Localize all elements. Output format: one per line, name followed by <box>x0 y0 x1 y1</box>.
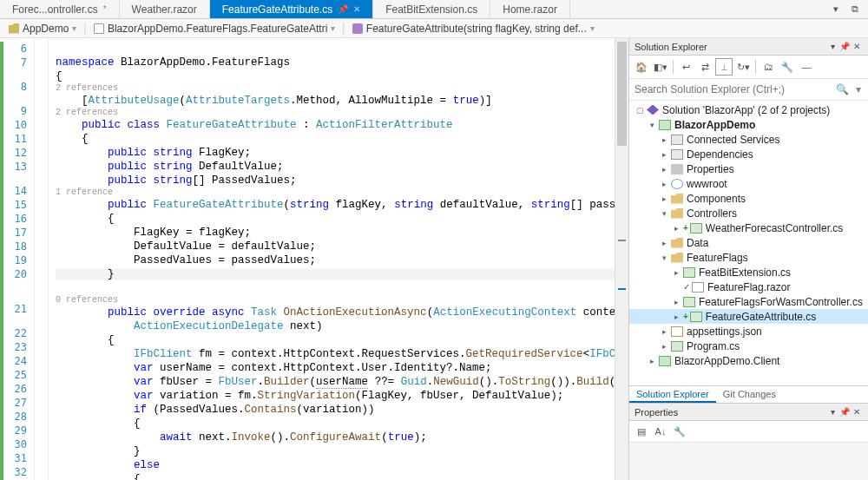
dropdown-icon[interactable]: ▾ <box>826 407 838 417</box>
codelens[interactable]: 2 references <box>56 83 615 94</box>
tree-node[interactable]: ▸ Dependencies <box>629 147 868 161</box>
breadcrumb-label: FeatureGateAttribute(string flagKey, str… <box>366 23 587 35</box>
code-editor[interactable]: 6789101112131415161718192021222324252627… <box>0 38 628 480</box>
pin-icon[interactable]: 📌 <box>338 4 348 14</box>
breadcrumb-label: BlazorAppDemo.FeatureFlags.FeatureGateAt… <box>108 23 327 35</box>
expander-icon[interactable]: ▢ <box>635 106 645 115</box>
expander-icon[interactable]: ▸ <box>647 357 657 365</box>
file-icon <box>671 135 683 145</box>
solution-search[interactable]: 🔍 ▾ <box>629 79 868 101</box>
tree-node[interactable]: ▸ FeatureFlagsForWasmController.cs <box>629 294 868 309</box>
expander-icon[interactable]: ▸ <box>671 298 681 306</box>
forward-icon[interactable]: ⇄ <box>696 58 713 76</box>
document-tab[interactable]: FeatBitExtension.cs <box>373 0 490 18</box>
code-area[interactable]: namespace BlazorAppDemo.FeatureFlags { 2… <box>49 38 615 480</box>
refresh-icon[interactable]: ↻▾ <box>734 58 752 76</box>
breadcrumb-member[interactable]: FeatureGateAttribute(string flagKey, str… <box>349 23 598 35</box>
tree-node[interactable]: ▸ appsettings.json <box>629 324 868 339</box>
node-label: FeatBitExtension.cs <box>699 266 791 279</box>
node-label: BlazorAppDemo.Client <box>674 355 779 367</box>
method-icon <box>352 23 363 34</box>
categorized-icon[interactable]: ▤ <box>633 423 650 440</box>
close-icon[interactable]: ✕ <box>353 4 360 14</box>
sync-with-active-icon[interactable]: ⟂ <box>715 58 733 76</box>
panel-title-bar[interactable]: Solution Explorer ▾ 📌 ✕ <box>629 38 868 56</box>
scrollbar-thumb[interactable] <box>617 42 627 146</box>
file-icon <box>692 282 704 293</box>
tree-node[interactable]: ▾ Controllers <box>629 206 868 220</box>
namespace-icon <box>94 23 104 34</box>
tree-node[interactable]: ▸ Components <box>629 191 868 206</box>
tree-node[interactable]: ▾ FeatureFlags <box>629 250 868 265</box>
back-icon[interactable]: ↩ <box>677 58 694 76</box>
document-tab[interactable]: Forec...ontroller.cs* <box>0 0 120 18</box>
breadcrumb-namespace[interactable]: BlazorAppDemo.FeatureFlags.FeatureGateAt… <box>90 23 339 35</box>
alphabetical-icon[interactable]: A↓ <box>652 423 669 440</box>
file-icon <box>671 179 683 189</box>
pin-icon[interactable]: 📌 <box>838 407 851 417</box>
expander-icon[interactable]: ▸ <box>659 165 669 174</box>
document-tab[interactable]: Home.razor <box>490 0 570 18</box>
tree-node[interactable]: ▸ Data <box>629 235 868 250</box>
close-icon[interactable]: ✕ <box>851 407 863 417</box>
tree-node[interactable]: ▸ wwwroot <box>629 176 868 191</box>
node-label: FeatureFlags <box>687 252 748 264</box>
chevron-down-icon: ▾ <box>72 23 76 33</box>
tree-node[interactable]: ▸ BlazorAppDemo.Client <box>629 353 868 368</box>
expander-icon[interactable]: ▸ <box>659 342 669 351</box>
tab-solution-explorer[interactable]: Solution Explorer <box>629 386 716 403</box>
expander-icon[interactable]: ▸ <box>671 224 681 233</box>
chevron-down-icon[interactable]: ▾ <box>852 83 865 95</box>
expander-icon[interactable]: ▸ <box>671 312 681 321</box>
change-indicator-bar <box>0 38 3 480</box>
properties-grid[interactable] <box>629 442 868 480</box>
switch-views-icon[interactable]: ◧▾ <box>652 58 669 76</box>
solution-node[interactable]: ▢ Solution 'BlazorApp' (2 of 2 projects) <box>629 102 868 117</box>
editor-scrollbar[interactable] <box>615 38 628 480</box>
close-icon[interactable]: ✕ <box>851 42 863 51</box>
breadcrumb-project[interactable]: AppDemo ▾ <box>5 23 80 35</box>
tree-node[interactable]: ▸ Properties <box>629 161 868 176</box>
solution-tree[interactable]: ▢ Solution 'BlazorApp' (2 of 2 projects)… <box>629 101 868 385</box>
node-label: FeatureFlagsForWasmController.cs <box>699 296 863 308</box>
expander-icon[interactable]: ▸ <box>659 327 669 336</box>
chevron-down-icon: ▾ <box>590 23 595 33</box>
tree-node[interactable]: ▸ Connected Services <box>629 132 868 147</box>
properties-icon[interactable]: 🔧 <box>779 58 796 76</box>
tree-node[interactable]: ✓ FeatureFlag.razor <box>629 279 868 294</box>
codelens[interactable]: 1 reference <box>56 187 615 198</box>
wrench-icon[interactable]: 🔧 <box>671 423 688 440</box>
panel-title-bar[interactable]: Properties ▾ 📌 ✕ <box>629 404 868 421</box>
expander-icon[interactable]: ▸ <box>659 180 669 188</box>
codelens[interactable]: 0 references <box>56 295 615 306</box>
tree-node[interactable]: ▸ FeatBitExtension.cs <box>629 265 868 279</box>
expander-icon[interactable]: ▸ <box>659 150 669 159</box>
tab-git-changes[interactable]: Git Changes <box>716 386 783 403</box>
expander-icon[interactable]: ▸ <box>659 239 669 247</box>
home-icon[interactable]: 🏠 <box>633 58 650 76</box>
node-label: wwwroot <box>687 178 727 190</box>
preview-icon[interactable]: — <box>798 58 815 76</box>
tree-node[interactable]: ▾ BlazorAppDemo <box>629 117 868 132</box>
expander-icon[interactable]: ▸ <box>659 194 669 203</box>
search-icon[interactable]: 🔍 <box>832 83 852 95</box>
overflow-menu-icon[interactable]: ▾ <box>828 2 844 17</box>
tree-node[interactable]: ▸ + FeatureGateAttribute.cs <box>629 309 868 324</box>
pin-icon[interactable]: 📌 <box>838 42 851 51</box>
codelens[interactable]: 2 references <box>56 108 615 118</box>
split-editor-icon[interactable]: ⧉ <box>847 2 863 17</box>
tree-node[interactable]: ▸ Program.cs <box>629 339 868 353</box>
document-tab-active[interactable]: FeatureGateAttribute.cs 📌 ✕ <box>210 0 373 18</box>
expander-icon[interactable]: ▸ <box>659 135 669 144</box>
expander-icon[interactable]: ▾ <box>659 253 669 262</box>
fold-gutter[interactable] <box>35 38 49 480</box>
expander-icon[interactable]: ▾ <box>647 121 657 129</box>
expander-icon[interactable]: ▸ <box>671 268 681 277</box>
close-icon[interactable]: * <box>103 4 107 14</box>
show-all-files-icon[interactable]: 🗂 <box>760 58 777 76</box>
document-tab[interactable]: Weather.razor <box>120 0 210 18</box>
tree-node[interactable]: ▸ + WeatherForecastController.cs <box>629 220 868 235</box>
search-input[interactable] <box>633 81 832 98</box>
expander-icon[interactable]: ▾ <box>659 209 669 218</box>
dropdown-icon[interactable]: ▾ <box>826 42 838 51</box>
